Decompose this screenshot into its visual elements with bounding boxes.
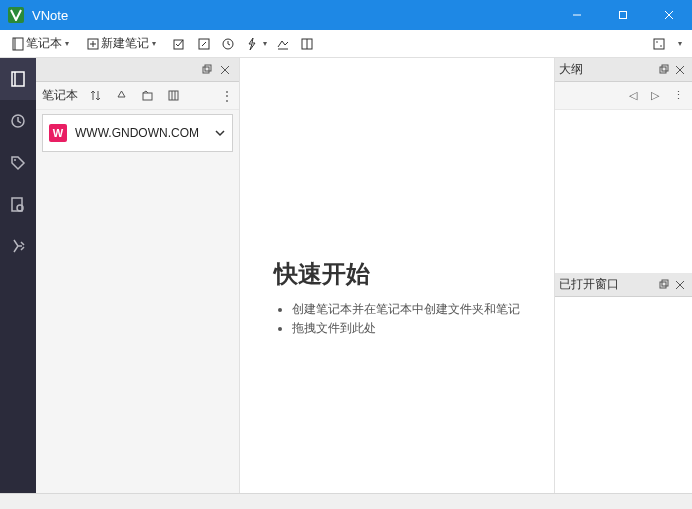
activity-bar bbox=[0, 58, 36, 493]
refresh-icon bbox=[220, 36, 236, 52]
close-button[interactable] bbox=[646, 0, 692, 30]
quick-start-list: 创建笔记本并在笔记本中创建文件夹和笔记 拖拽文件到此处 bbox=[292, 300, 520, 338]
view-icon[interactable] bbox=[164, 87, 182, 105]
notebook-name: WWW.GNDOWN.COM bbox=[75, 126, 214, 140]
check-icon bbox=[172, 36, 188, 52]
title-bar: VNote bbox=[0, 0, 692, 30]
minimize-button[interactable] bbox=[554, 0, 600, 30]
svg-rect-32 bbox=[660, 67, 666, 73]
toolbar-tool1-button[interactable] bbox=[271, 32, 295, 56]
svg-rect-33 bbox=[662, 65, 668, 71]
toolbar-check-button[interactable] bbox=[168, 32, 192, 56]
activity-snippet[interactable] bbox=[0, 226, 36, 268]
toolbar-edit-button[interactable] bbox=[192, 32, 216, 56]
editor-content: 快速开始 创建笔记本并在笔记本中创建文件夹和笔记 拖拽文件到此处 bbox=[240, 58, 554, 493]
toolbar-tool2-button[interactable] bbox=[295, 32, 319, 56]
opened-restore-icon[interactable] bbox=[656, 277, 672, 293]
activity-history[interactable] bbox=[0, 100, 36, 142]
tool2-icon bbox=[299, 36, 315, 52]
toolbar-flash-button[interactable] bbox=[240, 32, 271, 56]
chevron-down-icon bbox=[214, 127, 226, 139]
outline-body bbox=[555, 110, 692, 273]
svg-point-21 bbox=[14, 159, 16, 161]
notebook-menu-label: 笔记本 bbox=[26, 35, 62, 52]
maximize-button[interactable] bbox=[600, 0, 646, 30]
svg-rect-37 bbox=[662, 280, 668, 286]
outline-title: 大纲 bbox=[559, 61, 656, 78]
notebook-icon bbox=[10, 36, 26, 52]
svg-rect-18 bbox=[12, 72, 24, 86]
svg-rect-24 bbox=[203, 67, 209, 73]
outline-nav: ◁ ▷ ⋮ bbox=[555, 82, 692, 110]
activity-tag[interactable] bbox=[0, 142, 36, 184]
svg-rect-28 bbox=[143, 93, 152, 100]
outline-next-button[interactable]: ▷ bbox=[651, 89, 659, 102]
recycle-icon[interactable] bbox=[112, 87, 130, 105]
opened-close-icon[interactable] bbox=[672, 277, 688, 293]
svg-rect-36 bbox=[660, 282, 666, 288]
toolbar-refresh-button[interactable] bbox=[216, 32, 240, 56]
quick-start-heading: 快速开始 bbox=[274, 258, 520, 290]
tab-notebook[interactable]: 笔记本 bbox=[42, 87, 78, 104]
app-title: VNote bbox=[32, 8, 554, 23]
notebook-menu-button[interactable]: 笔记本 bbox=[6, 32, 73, 56]
expand-icon bbox=[651, 36, 667, 52]
opened-title: 已打开窗口 bbox=[559, 276, 656, 293]
sort-icon[interactable] bbox=[86, 87, 104, 105]
flash-icon bbox=[244, 36, 260, 52]
opened-body bbox=[555, 297, 692, 493]
side-panel-header bbox=[36, 58, 239, 82]
side-panel-tabs: 笔记本 ⋮ bbox=[36, 82, 239, 110]
main-toolbar: 笔记本 新建笔记 bbox=[0, 30, 692, 58]
svg-rect-29 bbox=[169, 91, 178, 100]
activity-notebook[interactable] bbox=[0, 58, 36, 100]
notebook-selector[interactable]: W WWW.GNDOWN.COM bbox=[42, 114, 233, 152]
quick-start-item: 创建笔记本并在笔记本中创建文件夹和笔记 bbox=[292, 300, 520, 319]
quick-start: 快速开始 创建笔记本并在笔记本中创建文件夹和笔记 拖拽文件到此处 bbox=[274, 258, 520, 338]
edit-icon bbox=[196, 36, 212, 52]
panel-restore-icon[interactable] bbox=[199, 62, 215, 78]
outline-close-icon[interactable] bbox=[672, 62, 688, 78]
new-note-label: 新建笔记 bbox=[101, 35, 149, 52]
svg-rect-25 bbox=[205, 65, 211, 71]
tool1-icon bbox=[275, 36, 291, 52]
panel-more-icon[interactable]: ⋮ bbox=[221, 89, 233, 103]
right-panel: 大纲 ◁ ▷ ⋮ 已打开窗口 bbox=[554, 58, 692, 493]
main-area: 笔记本 ⋮ W WWW.GNDOWN.COM 快速开始 创建笔记本并在笔记本中创… bbox=[0, 58, 692, 493]
outline-restore-icon[interactable] bbox=[656, 62, 672, 78]
explore-icon[interactable] bbox=[138, 87, 156, 105]
outline-header: 大纲 bbox=[555, 58, 692, 82]
notebook-badge: W bbox=[49, 124, 67, 142]
svg-point-16 bbox=[656, 41, 658, 43]
side-panel: 笔记本 ⋮ W WWW.GNDOWN.COM bbox=[36, 58, 240, 493]
opened-header: 已打开窗口 bbox=[555, 273, 692, 297]
svg-rect-1 bbox=[620, 12, 627, 19]
quick-start-item: 拖拽文件到此处 bbox=[292, 319, 520, 338]
app-icon bbox=[8, 7, 24, 23]
svg-point-17 bbox=[660, 45, 662, 47]
new-note-icon bbox=[85, 36, 101, 52]
outline-more-button[interactable]: ⋮ bbox=[673, 89, 684, 102]
status-bar bbox=[0, 493, 692, 509]
outline-prev-button[interactable]: ◁ bbox=[629, 89, 637, 102]
toolbar-overflow-button[interactable] bbox=[671, 32, 686, 56]
svg-rect-15 bbox=[654, 39, 664, 49]
panel-close-icon[interactable] bbox=[217, 62, 233, 78]
activity-search[interactable] bbox=[0, 184, 36, 226]
toolbar-expand-button[interactable] bbox=[647, 32, 671, 56]
new-note-button[interactable]: 新建笔记 bbox=[81, 32, 160, 56]
